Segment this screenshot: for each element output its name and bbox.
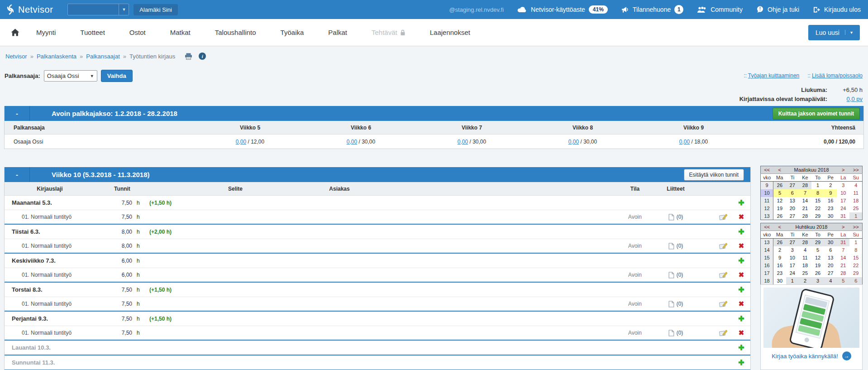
- create-new-button[interactable]: Luo uusi ▾: [808, 25, 860, 40]
- edit-entry-button[interactable]: [714, 300, 732, 308]
- situation-room-link[interactable]: Tilannehuone 1: [621, 5, 683, 14]
- company-select[interactable]: ▼: [67, 4, 129, 15]
- add-entry-button[interactable]: ✚: [732, 358, 750, 367]
- calendar-day[interactable]: 29: [811, 212, 824, 220]
- edit-entry-button[interactable]: [714, 242, 732, 250]
- delete-entry-button[interactable]: ✖: [732, 242, 750, 250]
- calendar-day[interactable]: 14: [837, 254, 849, 262]
- calendar-week-number[interactable]: 9: [761, 182, 773, 189]
- calendar-day[interactable]: 28: [799, 182, 811, 189]
- netvisor-logo[interactable]: Netvisor: [6, 4, 53, 15]
- calendar-day[interactable]: 26: [811, 269, 824, 277]
- calendar-day[interactable]: 23: [773, 269, 786, 277]
- calendar-week-number[interactable]: 15: [761, 254, 773, 262]
- calendar-day[interactable]: 10: [837, 189, 849, 197]
- calendar-day[interactable]: 25: [799, 269, 811, 277]
- calendar-day[interactable]: 23: [824, 205, 837, 212]
- calendar-day[interactable]: 18: [799, 262, 811, 269]
- user-button[interactable]: Alamäki Sini: [134, 4, 178, 15]
- calendar-week-number[interactable]: 13: [761, 239, 773, 246]
- calendar-day[interactable]: 30: [824, 212, 837, 220]
- calendar-prev-month-button[interactable]: <: [773, 223, 786, 231]
- nav-item-työaika[interactable]: Työaika: [268, 29, 316, 36]
- calendar-day[interactable]: 6: [824, 246, 837, 254]
- calendar-week-number[interactable]: 10: [761, 189, 773, 197]
- edit-entry-button[interactable]: [714, 329, 732, 336]
- calendar-day[interactable]: 5: [773, 189, 786, 197]
- calendar-day[interactable]: 10: [786, 254, 799, 262]
- calendar-week-number[interactable]: 11: [761, 197, 773, 205]
- calendar-week-number[interactable]: 12: [761, 205, 773, 212]
- print-icon[interactable]: [185, 53, 192, 60]
- calendar-day[interactable]: 1: [786, 277, 799, 285]
- period-week-done-link[interactable]: 0,00: [236, 139, 246, 145]
- calendar-day[interactable]: 2: [773, 246, 786, 254]
- calendar-day[interactable]: 5: [811, 246, 824, 254]
- calendar-day[interactable]: 19: [811, 262, 824, 269]
- calendar-day[interactable]: 15: [849, 254, 862, 262]
- home-icon[interactable]: [11, 29, 19, 36]
- period-week-done-link[interactable]: 0,00: [458, 139, 468, 145]
- calendar-day[interactable]: 28: [799, 239, 811, 246]
- mobile-promo-link[interactable]: Kirjaa työaika kännykällä!: [772, 353, 838, 360]
- calendar-prev-year-button[interactable]: <<: [761, 223, 773, 231]
- nav-item-taloushallinto[interactable]: Taloushallinto: [203, 29, 268, 36]
- calendar-day[interactable]: 27: [786, 182, 799, 189]
- calendar-day[interactable]: 15: [811, 197, 824, 205]
- entry-attachments[interactable]: (0): [655, 243, 696, 250]
- calendar-day[interactable]: 5: [837, 277, 849, 285]
- nav-item-laajennokset[interactable]: Laajennokset: [418, 29, 482, 36]
- add-entry-button[interactable]: ✚: [732, 343, 750, 352]
- nav-item-ostot[interactable]: Ostot: [117, 29, 158, 36]
- prefill-week-hours-button[interactable]: Esitäytä viikon tunnit: [684, 169, 744, 181]
- calendar-prev-year-button[interactable]: <<: [761, 166, 773, 174]
- delete-entry-button[interactable]: ✖: [732, 329, 750, 337]
- calendar-day[interactable]: 1: [811, 182, 824, 189]
- info-icon[interactable]: i: [199, 53, 206, 60]
- calendar-day[interactable]: 24: [837, 205, 849, 212]
- calendar-day[interactable]: 26: [773, 212, 786, 220]
- calendar-day[interactable]: 27: [786, 239, 799, 246]
- calendar-day[interactable]: 27: [824, 269, 837, 277]
- help-link[interactable]: ! Ohje ja tuki: [756, 6, 799, 13]
- calendar-day[interactable]: 25: [849, 205, 862, 212]
- calendar-day[interactable]: 3: [811, 277, 824, 285]
- period-week-done-link[interactable]: 0,00: [679, 139, 690, 145]
- community-link[interactable]: Community: [697, 6, 743, 13]
- calendar-day[interactable]: 31: [837, 239, 849, 246]
- calendar-day[interactable]: 30: [824, 239, 837, 246]
- calendar-day[interactable]: 22: [811, 205, 824, 212]
- breadcrumb-link[interactable]: Palkansaajat: [86, 53, 119, 60]
- calendar-day[interactable]: 17: [786, 262, 799, 269]
- calendar-day[interactable]: 21: [837, 262, 849, 269]
- nav-item-tuotteet[interactable]: Tuotteet: [68, 29, 117, 36]
- calendar-day[interactable]: 4: [824, 277, 837, 285]
- calendar-day[interactable]: 30: [773, 277, 786, 285]
- calendar-day[interactable]: 4: [849, 182, 862, 189]
- add-entry-button[interactable]: ✚: [732, 285, 750, 294]
- add-entry-button[interactable]: ✚: [732, 314, 750, 323]
- nav-item-myynti[interactable]: Myynti: [24, 29, 68, 36]
- calendar-day[interactable]: 13: [824, 254, 837, 262]
- calendar-day[interactable]: 27: [786, 212, 799, 220]
- calendar-day[interactable]: 22: [849, 262, 862, 269]
- calendar-week-number[interactable]: 16: [761, 262, 773, 269]
- calendar-week-number[interactable]: 17: [761, 269, 773, 277]
- period-week-done-link[interactable]: 0,00: [347, 139, 357, 145]
- calendar-day[interactable]: 3: [837, 182, 849, 189]
- delete-entry-button[interactable]: ✖: [732, 271, 750, 279]
- entry-attachments[interactable]: (0): [655, 214, 696, 221]
- entry-attachments[interactable]: (0): [655, 272, 696, 279]
- calendar-day[interactable]: 31: [837, 212, 849, 220]
- nav-item-palkat[interactable]: Palkat: [316, 29, 359, 36]
- nav-item-matkat[interactable]: Matkat: [158, 29, 203, 36]
- breadcrumb-link[interactable]: Palkanlaskenta: [37, 53, 76, 60]
- calendar-day[interactable]: 13: [786, 197, 799, 205]
- calendar-day[interactable]: 28: [837, 269, 849, 277]
- calendar-week-number[interactable]: 13: [761, 212, 773, 220]
- calendar-week-number[interactable]: 14: [761, 246, 773, 254]
- usage-indicator[interactable]: Netvisor-käyttöaste 41%: [517, 5, 608, 14]
- delete-entry-button[interactable]: ✖: [732, 300, 750, 308]
- calendar-day[interactable]: 29: [849, 269, 862, 277]
- calendar-day[interactable]: 9: [773, 254, 786, 262]
